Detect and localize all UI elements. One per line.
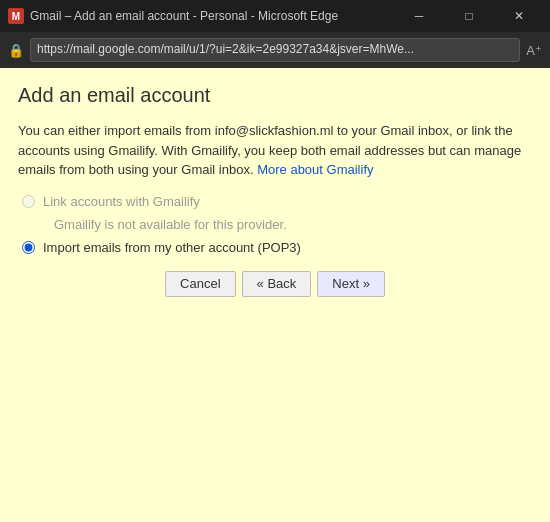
minimize-button[interactable]: ─ — [396, 0, 442, 32]
option1-row: Link accounts with Gmailify — [18, 194, 532, 209]
close-button[interactable]: ✕ — [496, 0, 542, 32]
cancel-button[interactable]: Cancel — [165, 271, 235, 297]
window-title: Gmail – Add an email account - Personal … — [30, 9, 390, 23]
description-text: You can either import emails from info@s… — [18, 121, 532, 180]
option2-row: Import emails from my other account (POP… — [18, 240, 532, 255]
page-title: Add an email account — [18, 84, 532, 107]
option1-label: Link accounts with Gmailify — [43, 194, 200, 209]
title-bar: M Gmail – Add an email account - Persona… — [0, 0, 550, 32]
gmailify-link[interactable]: More about Gmailify — [257, 162, 373, 177]
url-field[interactable]: https://mail.google.com/mail/u/1/?ui=2&i… — [30, 38, 520, 62]
window-controls: ─ □ ✕ — [396, 0, 542, 32]
option1-subtext: Gmailify is not available for this provi… — [54, 217, 532, 232]
next-button[interactable]: Next » — [317, 271, 385, 297]
lock-icon: 🔒 — [8, 43, 24, 58]
browser-icon: M — [8, 8, 24, 24]
option2-radio[interactable] — [22, 241, 35, 254]
option2-label: Import emails from my other account (POP… — [43, 240, 301, 255]
page-content: Add an email account You can either impo… — [0, 68, 550, 522]
button-row: Cancel « Back Next » — [18, 271, 532, 297]
reader-icon[interactable]: A⁺ — [526, 43, 542, 58]
option1-radio[interactable] — [22, 195, 35, 208]
maximize-button[interactable]: □ — [446, 0, 492, 32]
address-bar: 🔒 https://mail.google.com/mail/u/1/?ui=2… — [0, 32, 550, 68]
back-button[interactable]: « Back — [242, 271, 312, 297]
